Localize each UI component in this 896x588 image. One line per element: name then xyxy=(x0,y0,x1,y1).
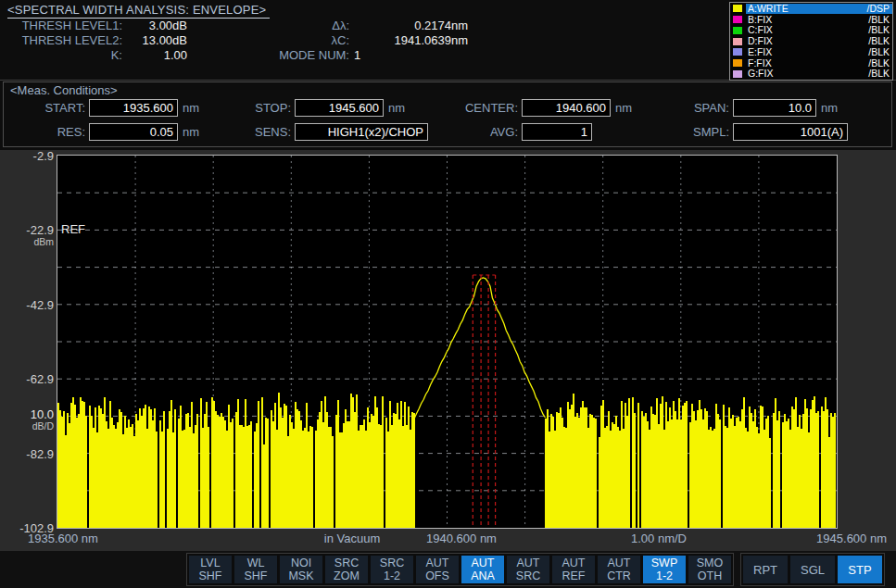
smpl-label: SMPL: xyxy=(581,123,729,141)
trace-row-body: A:WRITE/DSP xyxy=(746,4,892,14)
trace-color-swatch xyxy=(733,70,742,78)
y-tick-label: -82.9 xyxy=(0,447,54,461)
analysis-panel: <SPECTRAL WIDTH ANALYSIS: ENVELOPE> THRE… xyxy=(0,0,896,81)
meas-conditions-panel: <Meas. Conditions> START:1935.600nmSTOP:… xyxy=(3,81,892,147)
chart-section: REF -2.9-22.9-42.9-62.9-82.9-102.9dBm10.… xyxy=(0,150,896,551)
center-label: CENTER: xyxy=(370,99,518,117)
analysis-label: THRESH LEVEL1: xyxy=(7,19,122,33)
trace-color-swatch xyxy=(733,38,742,45)
softkey-label-line1: SWP xyxy=(651,557,677,569)
softkey-label-line2: ANA xyxy=(471,569,495,582)
softkey-label-line1: SRC xyxy=(380,557,404,569)
analysis-label: K: xyxy=(7,48,122,63)
softkey-label-line2: 1-2 xyxy=(656,569,673,582)
spectrum-plot: REF xyxy=(57,155,838,529)
softkey-label-line1: WL xyxy=(247,557,265,569)
y-tick-label: -62.9 xyxy=(0,372,54,386)
softkey-rpt[interactable]: RPT xyxy=(743,556,788,583)
trace-mode: D:FIX xyxy=(748,36,773,46)
softkey-label-line2: SHF xyxy=(199,569,222,582)
softkey-label-line1: AUT xyxy=(517,557,540,569)
x-axis-label: 1.00 nm/D xyxy=(631,532,687,545)
softkey-label-line1: SMO xyxy=(697,557,723,569)
softkey-label-line2: REF xyxy=(562,569,586,582)
trace-row-body: D:FIX/BLK xyxy=(746,36,892,46)
softkey-label: RPT xyxy=(753,563,777,577)
softkey-label-line1: AUT xyxy=(426,557,449,569)
trace-row-b[interactable]: B:FIX/BLK xyxy=(730,15,892,25)
softkey-src-zom[interactable]: SRCZOM xyxy=(325,556,368,583)
softkey-wl-shf[interactable]: WLSHF xyxy=(234,556,277,583)
trace-status: /BLK xyxy=(868,36,890,46)
smpl-field[interactable]: 1001(A) xyxy=(733,123,848,141)
avg-label: AVG: xyxy=(370,123,518,141)
softkey-label: SGL xyxy=(801,563,825,577)
res-label: RES: xyxy=(0,123,85,141)
softkey-label-line2: ZOM xyxy=(334,569,360,582)
analysis-value: 3.00dB xyxy=(122,19,187,33)
softkey-src-1-2[interactable]: SRC1-2 xyxy=(371,556,413,583)
softkey-group-main: LVLSHFWLSHFNOIMSKSRCZOMSRC1-2AUTOFSAUTAN… xyxy=(186,553,734,586)
span-unit: nm xyxy=(821,99,838,117)
softkey-label-line2: OFS xyxy=(425,569,449,582)
x-axis-label: 1945.600 nm xyxy=(816,532,887,545)
softkey-label: STP xyxy=(848,563,871,577)
softkey-aut-ana[interactable]: AUTANA xyxy=(461,556,504,583)
trace-status: /BLK xyxy=(868,69,890,79)
softkey-sgl[interactable]: SGL xyxy=(790,556,835,583)
trace-color-swatch xyxy=(733,59,742,67)
x-axis-label: 1940.600 nm xyxy=(426,532,497,545)
softkey-lvl-shf[interactable]: LVLSHF xyxy=(189,556,232,583)
trace-mode: E:FIX xyxy=(748,47,772,57)
y-scale-unit: dB/D xyxy=(0,420,54,432)
stop-label: STOP: xyxy=(143,99,291,117)
trace-status: /BLK xyxy=(868,25,890,35)
trace-mode: G:FIX xyxy=(748,69,773,79)
trace-mode: F:FIX xyxy=(748,58,772,69)
softkey-aut-ref[interactable]: AUTREF xyxy=(552,556,595,583)
softkey-label-line2: MSK xyxy=(288,569,313,582)
trace-row-body: F:FIX/BLK xyxy=(746,58,892,69)
softkey-label-line1: NOI xyxy=(291,557,311,569)
trace-row-a[interactable]: A:WRITE/DSP xyxy=(730,4,892,14)
trace-row-d[interactable]: D:FIX/BLK xyxy=(730,36,892,46)
analysis-label: λC: xyxy=(187,33,349,48)
y-tick-label: -2.9 xyxy=(0,149,54,163)
analysis-value: 1.00 xyxy=(122,48,187,63)
softkey-stp[interactable]: STP xyxy=(838,556,882,583)
softkey-label-line1: AUT xyxy=(562,557,586,569)
x-axis-label: 1935.600 nm xyxy=(28,532,98,545)
trace-color-swatch xyxy=(733,27,742,34)
trace-row-c[interactable]: C:FIX/BLK xyxy=(730,25,892,35)
trace-legend: A:WRITE/DSPB:FIX/BLKC:FIX/BLKD:FIX/BLKE:… xyxy=(729,2,893,81)
softkey-aut-ctr[interactable]: AUTCTR xyxy=(598,556,640,583)
softkey-aut-src[interactable]: AUTSRC xyxy=(507,556,549,583)
span-label: SPAN: xyxy=(581,99,729,117)
x-axis-label: in Vacuum xyxy=(324,532,380,545)
trace-status: /BLK xyxy=(868,47,890,57)
softkey-smo-oth[interactable]: SMOOTH xyxy=(688,556,731,583)
softkey-label-line2: OTH xyxy=(698,569,722,582)
trace-mode: B:FIX xyxy=(748,15,772,25)
softkey-label-line1: LVL xyxy=(200,557,220,569)
softkey-label-line2: 1-2 xyxy=(384,569,400,582)
softkey-noi-msk[interactable]: NOIMSK xyxy=(280,556,322,583)
softkey-aut-ofs[interactable]: AUTOFS xyxy=(416,556,459,583)
softkey-group-sweep: RPTSGLSTP xyxy=(740,553,885,586)
softkey-label-line1: SRC xyxy=(334,557,359,569)
analysis-results: THRESH LEVEL1:3.00dBΔλ:0.2174nmTHRESH LE… xyxy=(7,19,468,63)
y-tick-label: -42.9 xyxy=(0,298,54,312)
y-tick-label: -22.9 xyxy=(0,223,54,237)
y-scale-value: 10.0 xyxy=(0,407,54,421)
trace-color-swatch xyxy=(733,16,742,23)
trace-row-f[interactable]: F:FIX/BLK xyxy=(730,58,892,69)
trace-row-body: C:FIX/BLK xyxy=(746,25,892,35)
trace-status: /BLK xyxy=(868,15,890,25)
trace-mode: A:WRITE xyxy=(748,4,789,14)
meas-conditions-title: <Meas. Conditions> xyxy=(10,83,118,97)
trace-row-g[interactable]: G:FIX/BLK xyxy=(730,69,892,79)
y-axis-unit: dBm xyxy=(0,236,54,247)
span-field[interactable]: 10.0 xyxy=(733,99,816,117)
trace-row-e[interactable]: E:FIX/BLK xyxy=(730,47,892,57)
softkey-swp-1-2[interactable]: SWP1-2 xyxy=(643,556,686,583)
